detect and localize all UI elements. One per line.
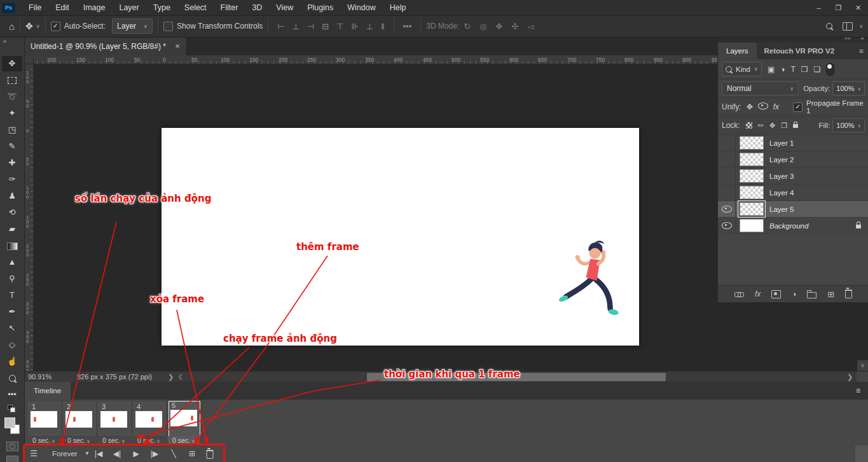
align-center-v-icon[interactable]: ⊟ [322,22,329,31]
horizontal-scrollbar-thumb[interactable] [367,373,666,381]
distribute-v-icon[interactable]: ‖ [381,22,384,31]
new-layer-icon[interactable]: ⊞ [827,290,834,299]
menu-item-3d[interactable]: 3D [245,0,269,15]
add-mask-icon[interactable] [771,290,781,298]
layer-row[interactable]: Layer 2 [718,151,868,168]
visibility-toggle[interactable] [718,201,736,217]
layer-row[interactable]: Layer 5 [718,201,868,218]
menu-item-filter[interactable]: Filter [214,0,245,15]
brush-tool[interactable]: ✑ [0,172,24,187]
eraser-tool[interactable]: ▰ [0,221,24,237]
filter-image-icon[interactable]: ▣ [768,65,775,74]
layer-row[interactable]: Layer 1 [718,135,868,151]
workspace-chevron-icon[interactable]: ∨ [859,24,863,29]
scroll-right-icon[interactable]: ❯ [847,372,853,382]
animation-frame[interactable]: 3 [99,402,130,435]
path-select-tool[interactable]: ↖ [0,321,24,336]
crop-tool[interactable]: ◳ [0,122,24,137]
unify-position-icon[interactable]: ✥ [747,102,753,111]
next-frame-button[interactable]: |▶ [151,445,158,462]
eyedropper-tool[interactable]: ✎ [0,139,24,154]
visibility-toggle[interactable] [718,168,736,184]
animation-frame[interactable]: 2 [64,402,95,435]
visibility-toggle[interactable] [718,135,736,151]
tab-timeline[interactable]: Timeline [24,382,71,400]
animation-frame[interactable]: 5 [169,401,200,437]
delete-layer-icon[interactable] [845,290,852,298]
auto-select-checkbox[interactable]: ✓ [51,22,60,31]
move-tool-icon[interactable]: ✥ [25,21,33,31]
align-bottom-icon[interactable]: ⊥ [366,22,373,31]
frame-delay-select[interactable]: 0 sec.∨ [63,436,95,445]
clone-stamp-tool[interactable]: ♟ [0,188,24,204]
workspace-switcher-icon[interactable] [843,22,853,31]
filter-toggle-pill[interactable] [826,63,834,76]
status-back-icon[interactable]: ❮ [178,372,183,382]
loop-count-select[interactable]: Forever [52,445,78,462]
add-frame-button[interactable]: ⊞ [189,445,195,462]
lock-position-icon[interactable]: ✥ [769,122,775,130]
loop-chevron-icon[interactable]: ▼ [85,445,90,462]
minimize-button[interactable]: – [809,0,829,15]
menu-item-plugins[interactable]: Plugins [300,0,340,15]
3d-roll-icon[interactable]: ◎ [479,22,486,31]
tab-retouch-vr-pro[interactable]: Retouch VR PRO V2 [757,43,843,59]
zoom-tool[interactable] [0,370,24,386]
lock-all-icon[interactable] [793,122,798,129]
align-right-icon[interactable]: ⊣ [307,22,314,31]
distribute-h-icon[interactable]: ⊪ [352,22,359,31]
first-frame-button[interactable]: |◀ [95,445,102,462]
auto-select-target-dropdown[interactable]: Layer∨ [112,18,153,34]
menu-item-help[interactable]: Help [383,0,413,15]
menu-item-layer[interactable]: Layer [112,0,146,15]
filter-adjustment-icon[interactable]: ◑ [780,65,785,74]
panel-menu-icon[interactable]: ≡ [854,43,868,59]
propagate-frame-checkbox[interactable]: ✓ [793,102,803,112]
align-center-h-icon[interactable]: ⊥ [293,22,300,31]
status-forward-icon[interactable]: ❯ [168,372,174,382]
show-transform-checkbox[interactable] [163,22,173,31]
pen-tool[interactable]: ✒ [0,304,24,319]
link-layers-icon[interactable] [734,292,744,297]
search-icon[interactable] [826,23,832,29]
tab-layers[interactable]: Layers [718,43,757,59]
menu-item-window[interactable]: Window [340,0,382,15]
lock-paint-icon[interactable]: ✏ [758,122,764,130]
previous-frame-button[interactable]: ◀| [113,445,121,462]
filter-smart-object-icon[interactable]: ❏ [814,65,821,74]
opacity-value[interactable]: 100% ∨ [832,81,865,95]
layer-row[interactable]: Layer 4 [718,185,868,201]
menu-item-file[interactable]: File [22,0,48,15]
filter-kind-dropdown[interactable]: Kind ∨ [722,62,762,76]
filter-type-icon[interactable]: T [790,65,795,74]
foreground-background-swatches[interactable] [0,417,24,433]
layer-style-icon[interactable]: fx [755,290,761,298]
timeline-menu-icon[interactable]: ≡ [856,382,860,400]
blend-mode-dropdown[interactable]: Normal ∨ [722,81,799,95]
dodge-tool[interactable]: ⚲ [0,271,24,286]
visibility-toggle[interactable] [718,218,736,234]
new-group-icon[interactable] [807,292,816,298]
gradient-tool[interactable] [0,238,24,253]
close-button[interactable]: ✕ [848,0,868,15]
lasso-tool[interactable]: ➰ [0,89,24,104]
animation-frame[interactable]: 1 [29,402,60,435]
healing-brush-tool[interactable]: ✚ [0,155,24,171]
tween-button[interactable]: ╲ [171,445,176,462]
3d-orbit-icon[interactable]: ↻ [464,22,471,31]
type-tool[interactable]: T [0,288,24,303]
document-canvas[interactable] [162,128,639,346]
align-left-icon[interactable]: ⊢ [277,22,284,31]
frame-delay-select[interactable]: 0 sec.∨ [98,436,130,445]
hand-tool[interactable]: ☝ [0,354,24,369]
tool-preset-chevron-icon[interactable]: ∨ [36,24,40,29]
move-tool[interactable]: ✥ [2,56,22,71]
screen-mode-button[interactable] [0,452,24,462]
layer-row[interactable]: Background [718,218,868,234]
frame-delay-select[interactable]: 0 sec.∨ [28,436,60,445]
menu-item-edit[interactable]: Edit [48,0,76,15]
menu-item-select[interactable]: Select [177,0,214,15]
adjustment-layer-icon[interactable]: ◑ [792,290,796,298]
layer-row[interactable]: Layer 3 [718,168,868,185]
lock-artboard-icon[interactable]: ❐ [781,122,787,130]
